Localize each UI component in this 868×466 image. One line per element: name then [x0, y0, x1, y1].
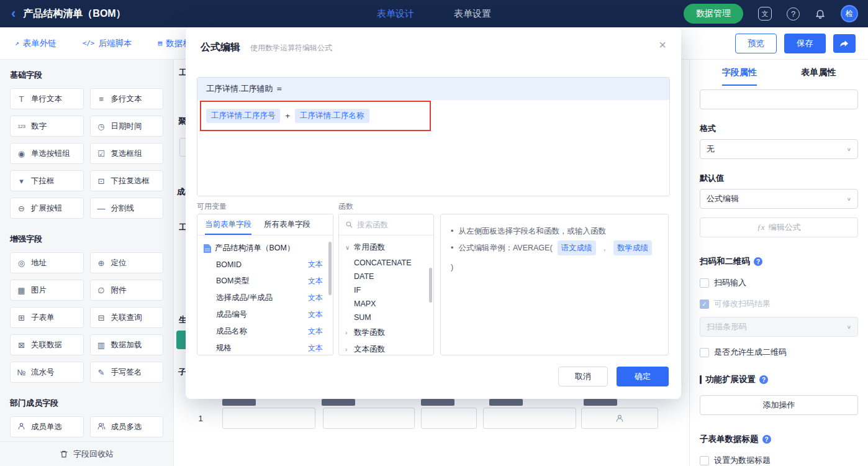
- formula-chip[interactable]: 工序详情.工序序号: [206, 109, 280, 123]
- multiline-icon: ≡: [96, 94, 107, 104]
- tab-current-form-fields[interactable]: 当前表单字段: [205, 214, 251, 235]
- function-item[interactable]: CONCATENATE: [339, 256, 433, 270]
- preview-button[interactable]: 预览: [735, 34, 777, 53]
- confirm-button[interactable]: 确定: [617, 367, 669, 386]
- function-item[interactable]: DATE: [339, 270, 433, 283]
- subform-cell-input[interactable]: [323, 408, 415, 429]
- field-label: 数据加载: [111, 340, 142, 350]
- sidebar-item-member-multi[interactable]: 成员多选: [90, 416, 164, 437]
- search-icon: [345, 221, 353, 229]
- function-item[interactable]: SUM: [339, 311, 433, 324]
- caret-right-icon: ›: [345, 346, 350, 353]
- field-label: 分割线: [111, 203, 135, 214]
- sidebar-item-image[interactable]: ▦图片: [10, 280, 84, 301]
- tip-line: • 从左侧面板选择字段名和函数，或输入函数: [451, 224, 658, 238]
- sidebar-item-location[interactable]: ⊕定位: [90, 252, 164, 273]
- data-manage-button[interactable]: 数据管理: [684, 4, 743, 24]
- tab-field-properties[interactable]: 字段属性: [722, 60, 757, 86]
- subform-cell-input[interactable]: [222, 408, 315, 429]
- save-button[interactable]: 保存: [784, 34, 826, 53]
- add-action-button[interactable]: 添加操作: [700, 395, 858, 415]
- cancel-button[interactable]: 取消: [558, 367, 608, 386]
- avatar[interactable]: 检: [841, 5, 858, 22]
- modal-footer: 取消 确定: [558, 367, 669, 386]
- variable-row[interactable]: 成品编号文本: [197, 306, 333, 323]
- bell-icon[interactable]: [815, 8, 826, 19]
- variable-row[interactable]: 规格文本: [197, 340, 333, 355]
- sidebar-item-address[interactable]: ◎地址: [10, 252, 84, 273]
- formula-tokens: 工序详情.工序序号 + 工序详情.工序名称: [206, 109, 661, 123]
- help-icon[interactable]: ?: [754, 257, 762, 266]
- default-value-select[interactable]: 公式编辑 ∨: [700, 189, 858, 209]
- topbar-tabs: 表单设计 表单设置: [377, 8, 491, 20]
- scrollbar-thumb[interactable]: [429, 268, 432, 303]
- language-icon[interactable]: 文: [758, 7, 772, 21]
- variable-row[interactable]: BOMID文本: [197, 256, 333, 273]
- number-icon: 123: [16, 124, 27, 129]
- tab-form-properties[interactable]: 表单属性: [801, 60, 836, 86]
- help-icon[interactable]: ?: [787, 7, 800, 21]
- variable-row[interactable]: 成品名称文本: [197, 323, 333, 340]
- sidebar-item-radio-group[interactable]: ◉单选按钮组: [10, 143, 84, 164]
- subform-cell-member[interactable]: [581, 408, 658, 429]
- set-data-title-checkbox[interactable]: 设置为数据标题: [700, 455, 858, 466]
- close-icon[interactable]: ×: [659, 39, 666, 51]
- function-item[interactable]: IF: [339, 283, 433, 297]
- subform-cell-input[interactable]: [483, 408, 576, 429]
- tab-form-design[interactable]: 表单设计: [377, 8, 414, 20]
- sidebar-item-data-load[interactable]: ▥数据加载: [90, 334, 164, 355]
- field-title-input[interactable]: [700, 89, 858, 109]
- form-external-link[interactable]: ↗ 表单外链: [15, 38, 57, 49]
- table-header-fragment: [584, 399, 617, 406]
- sidebar-item-lookup[interactable]: ⊟关联查询: [90, 307, 164, 328]
- help-icon[interactable]: ?: [759, 375, 768, 384]
- scan-input-checkbox[interactable]: 扫码输入: [700, 277, 858, 288]
- tab-all-form-fields[interactable]: 所有表单字段: [264, 214, 310, 235]
- tree-root-form[interactable]: 产品结构清单（BOM）: [197, 240, 333, 256]
- backend-script-link[interactable]: </> 后端脚本: [83, 38, 132, 49]
- toolbar-actions: 预览 保存: [735, 34, 856, 53]
- allow-qr-checkbox[interactable]: 是否允许生成二维码: [700, 347, 858, 358]
- sidebar-item-member-single[interactable]: 成员单选: [10, 416, 84, 437]
- sidebar-item-select[interactable]: ▾下拉框: [10, 170, 84, 191]
- function-group-text[interactable]: ›文本函数: [339, 341, 433, 355]
- sidebar-item-extend-button[interactable]: ⊖扩展按钮: [10, 198, 84, 219]
- variables-label: 可用变量: [197, 201, 227, 212]
- variable-row[interactable]: 选择成品/半成品文本: [197, 290, 333, 306]
- back-icon[interactable]: ‹: [11, 7, 16, 21]
- variable-row[interactable]: BOM类型文本: [197, 273, 333, 290]
- sidebar-item-subform[interactable]: ⊞子表单: [10, 307, 84, 328]
- sidebar-item-multi-select[interactable]: ⊡下拉复选框: [90, 170, 164, 191]
- function-item[interactable]: MAPX: [339, 297, 433, 311]
- sidebar-item-number[interactable]: 123数字: [10, 116, 84, 137]
- checkbox-label: 设置为数据标题: [714, 455, 771, 466]
- function-group-math[interactable]: ›数学函数: [339, 324, 433, 341]
- sidebar-item-related-data[interactable]: ⊠关联数据: [10, 334, 84, 355]
- sidebar-item-signature[interactable]: ✎手写签名: [90, 362, 164, 383]
- search-input[interactable]: [357, 221, 419, 229]
- tab-form-settings[interactable]: 表单设置: [454, 8, 491, 20]
- barcode-placeholder: 扫描条形码: [707, 321, 747, 332]
- top-bar: ‹ 产品结构清单（BOM） 表单设计 表单设置 数据管理 文 ? 检: [0, 0, 868, 27]
- sidebar-item-single-line-text[interactable]: T单行文本: [10, 88, 84, 109]
- scrollbar-thumb[interactable]: [328, 242, 332, 295]
- format-select[interactable]: 无 ∨: [700, 139, 858, 159]
- formula-editor-area[interactable]: 工序详情.工序序号 + 工序详情.工序名称: [197, 100, 669, 196]
- variable-type: 文本: [308, 309, 323, 320]
- formula-operator[interactable]: +: [285, 111, 290, 121]
- variable-type: 文本: [308, 293, 323, 303]
- sidebar-item-datetime[interactable]: ◷日期时间: [90, 116, 164, 137]
- sidebar-item-serial-number[interactable]: №流水号: [10, 362, 84, 383]
- topbar-left: ‹ 产品结构清单（BOM）: [0, 7, 126, 21]
- sidebar-item-attachment[interactable]: ∅附件: [90, 280, 164, 301]
- sidebar-item-divider[interactable]: —分割线: [90, 198, 164, 219]
- sidebar-item-multi-line-text[interactable]: ≡多行文本: [90, 88, 164, 109]
- sidebar-item-checkbox-group[interactable]: ☑复选框组: [90, 143, 164, 164]
- formula-chip[interactable]: 工序详情.工序名称: [295, 109, 369, 123]
- edit-formula-button[interactable]: ƒx 编辑公式: [700, 217, 858, 237]
- subform-cell-input[interactable]: [421, 408, 477, 429]
- share-button[interactable]: [833, 34, 856, 53]
- field-recycle-bin[interactable]: 字段回收站: [0, 441, 173, 466]
- help-icon[interactable]: ?: [762, 435, 771, 444]
- function-group-common[interactable]: ∨常用函数: [339, 239, 433, 256]
